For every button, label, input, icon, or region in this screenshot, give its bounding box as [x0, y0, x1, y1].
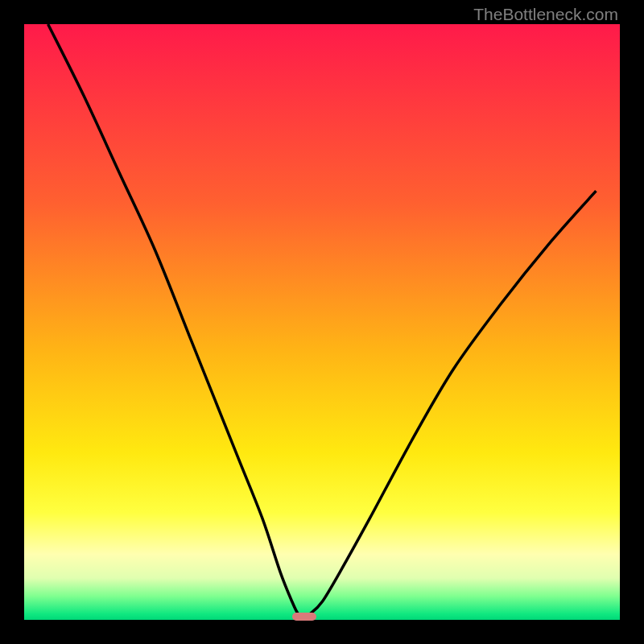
watermark-text: TheBottleneck.com	[473, 5, 618, 24]
plot-area	[24, 24, 620, 620]
bottleneck-curve	[24, 24, 620, 620]
minimum-marker	[292, 613, 316, 621]
chart-container: TheBottleneck.com	[0, 0, 644, 644]
